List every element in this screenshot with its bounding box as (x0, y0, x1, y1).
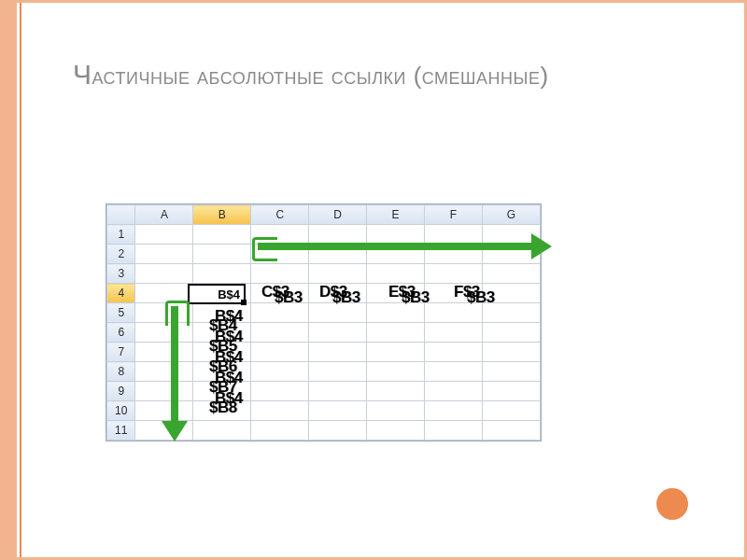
active-cell-value: B$4 (218, 287, 240, 301)
slide-title: Частичные абсолютные ссылки (смешанные) (73, 59, 707, 91)
row-6[interactable]: 6 (107, 323, 135, 343)
overlay-e-bot: $B3 (402, 288, 430, 307)
cell[interactable] (482, 421, 540, 441)
row-11[interactable]: 11 (107, 421, 135, 441)
cell[interactable] (309, 323, 367, 343)
cell[interactable] (425, 264, 483, 284)
select-all-corner[interactable] (107, 205, 135, 225)
cell[interactable] (425, 343, 483, 362)
row-5[interactable]: 5 (107, 303, 135, 323)
arrow-tail (252, 237, 277, 261)
overlay-f-bot: $B3 (467, 288, 495, 307)
cell[interactable] (135, 245, 193, 264)
cell[interactable] (482, 343, 540, 362)
cell[interactable] (135, 264, 193, 284)
cell[interactable] (482, 264, 540, 284)
cell[interactable] (135, 401, 193, 421)
cell[interactable] (425, 421, 483, 441)
cell[interactable] (309, 343, 367, 362)
col-G[interactable]: G (482, 205, 540, 225)
cell[interactable] (251, 264, 309, 284)
row-2[interactable]: 2 (107, 245, 135, 264)
cell[interactable] (367, 401, 425, 421)
title-rest: астичные абсолютные ссылки (смешанные) (92, 62, 549, 90)
overlay-d-bot: $B3 (332, 288, 360, 307)
row-8[interactable]: 8 (107, 362, 135, 382)
cell[interactable] (425, 362, 483, 382)
cell[interactable] (425, 323, 483, 343)
cell[interactable] (309, 362, 367, 382)
overlay-b9-bot: $B8 (209, 399, 237, 417)
row-1[interactable]: 1 (107, 225, 135, 245)
overlay-c-bot: $B3 (275, 288, 303, 307)
cell[interactable] (251, 362, 309, 382)
cell[interactable] (367, 323, 425, 343)
cell[interactable] (251, 343, 309, 362)
row-3[interactable]: 3 (107, 264, 135, 284)
cell[interactable] (193, 225, 251, 245)
cell[interactable] (135, 362, 193, 382)
cell[interactable] (367, 264, 425, 284)
cell[interactable] (135, 225, 193, 245)
cell[interactable] (251, 323, 309, 343)
active-cell-B4[interactable]: B$4 (188, 284, 246, 304)
cell[interactable] (367, 421, 425, 441)
row-9[interactable]: 9 (107, 382, 135, 401)
slide: Частичные абсолютные ссылки (смешанные) … (0, 0, 747, 560)
cell[interactable] (193, 245, 251, 264)
cell[interactable] (367, 362, 425, 382)
arrow-down-icon (171, 306, 178, 423)
col-E[interactable]: E (367, 205, 425, 225)
cell[interactable] (482, 323, 540, 343)
cell[interactable] (425, 225, 483, 245)
decorative-dot (656, 488, 688, 520)
title-cap: Ч (73, 59, 92, 90)
arrow-right-icon (258, 243, 533, 250)
cell[interactable] (309, 401, 367, 421)
arrow-tail (165, 301, 190, 326)
cell[interactable] (482, 401, 540, 421)
col-F[interactable]: F (425, 205, 483, 225)
accent-stripe (20, 3, 21, 557)
cell[interactable] (193, 264, 251, 284)
cell[interactable] (309, 225, 367, 245)
cell[interactable] (309, 382, 367, 401)
row-7[interactable]: 7 (107, 343, 135, 362)
cell[interactable] (367, 382, 425, 401)
col-C[interactable]: C (251, 205, 309, 225)
cell[interactable] (482, 382, 540, 401)
row-10[interactable]: 10 (107, 401, 135, 421)
row-4[interactable]: 4 (107, 284, 135, 303)
col-A[interactable]: A (135, 205, 193, 225)
cell[interactable] (251, 421, 309, 441)
cell[interactable] (135, 343, 193, 362)
col-B[interactable]: B (193, 205, 251, 225)
cell[interactable] (193, 421, 251, 441)
cell[interactable] (135, 382, 193, 401)
cell[interactable] (251, 382, 309, 401)
cell[interactable] (425, 382, 483, 401)
cell[interactable] (309, 264, 367, 284)
cell[interactable] (309, 421, 367, 441)
col-D[interactable]: D (309, 205, 367, 225)
cell[interactable] (367, 343, 425, 362)
cell[interactable] (251, 401, 309, 421)
cell[interactable] (482, 362, 540, 382)
cell[interactable] (425, 401, 483, 421)
cell[interactable] (367, 225, 425, 245)
